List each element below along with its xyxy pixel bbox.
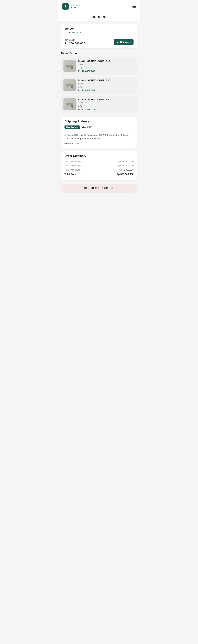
summary-section-title: Order Summary — [65, 154, 133, 158]
summary-total-value: Rp 350.000.000 — [117, 173, 133, 176]
item-price: Rp 123.456.789 — [78, 70, 135, 72]
item-details: BLACK STRING COUPLE C... Black x Rp Rp 1… — [78, 60, 135, 72]
item-qty: x Rp — [78, 86, 135, 88]
summary-label: Total (3 Product) — [65, 164, 81, 167]
invoice-card: Inv-004 20 October 2022 3 Products Rp 30… — [61, 24, 137, 48]
item-name: BLACK STRING COUPLE C... — [78, 98, 135, 101]
svg-rect-3 — [68, 67, 68, 69]
item-color: Black — [78, 82, 135, 85]
item-image — [63, 60, 76, 72]
invoice-divider — [65, 36, 133, 36]
item-qty: x Rp — [78, 105, 135, 108]
item-color: Black — [78, 63, 135, 66]
item-name: BLACK STRING COUPLE C... — [78, 60, 135, 62]
svg-rect-19 — [68, 105, 68, 107]
item-price: Rp 123.456.789 — [78, 108, 135, 111]
header: E ESTETICO HOME — [58, 0, 140, 13]
svg-rect-2 — [72, 67, 73, 69]
summary-value: Rp 350.000.000 — [118, 168, 133, 171]
summary-row: Total (3 Product) Rp 350.000.000 — [65, 160, 133, 162]
svg-rect-9 — [67, 86, 67, 88]
logo-text: ESTETICO HOME — [71, 4, 81, 9]
logo-icon: E — [62, 3, 69, 10]
check-icon: ✓ — [117, 40, 119, 44]
list-item: BLACK STRING COUPLE C... Black x Rp Rp 1… — [61, 96, 137, 113]
invoice-id: Inv-004 — [65, 27, 133, 30]
logo: E ESTETICO HOME — [62, 3, 81, 10]
item-price: Rp 123.456.789 — [78, 89, 135, 92]
list-item: BLACK STRING COUPLE C... Black x Rp Rp 1… — [61, 77, 137, 94]
menu-icon[interactable] — [132, 5, 136, 8]
page-title-bar: ‹ ORDERS — [58, 13, 140, 21]
invoice-footer: 3 Products Rp 300.000.000 ✓ Complete — [65, 39, 133, 45]
invoice-date: 20 October 2022 — [65, 31, 133, 34]
item-name: BLACK STRING COUPLE C... — [78, 79, 135, 82]
summary-row: Total (3 Product) Rp 350.000.000 — [65, 168, 133, 171]
address-text: Jl Brigjen H Kassim Lr Santoso No 1307 X… — [65, 134, 133, 140]
invoice-meta: 3 Products Rp 300.000.000 — [65, 39, 85, 45]
request-invoice-button[interactable]: REQUEST INVOICE — [61, 184, 137, 193]
svg-rect-20 — [71, 105, 72, 107]
svg-rect-18 — [72, 105, 73, 108]
recipient-name: Mas DW — [82, 126, 92, 129]
summary-label: Total (3 Product) — [65, 160, 81, 162]
order-summary-card: Order Summary Total (3 Product) Rp 350.0… — [61, 151, 137, 180]
status-badge: ✓ Complete — [114, 39, 133, 45]
svg-rect-5 — [66, 65, 74, 66]
svg-rect-13 — [66, 84, 74, 86]
shipping-section-title: Shipping Address — [65, 120, 133, 123]
invoice-amount: Rp 300.000.000 — [65, 42, 85, 45]
item-details: BLACK STRING COUPLE C... Black x Rp Rp 1… — [78, 79, 135, 92]
item-image — [63, 79, 76, 91]
list-item: BLACK STRING COUPLE C... Black x Rp Rp 1… — [61, 58, 137, 75]
logo-letter: E — [65, 5, 67, 8]
summary-label: Total (3 Product) — [65, 168, 81, 171]
main-content: Inv-004 20 October 2022 3 Products Rp 30… — [58, 21, 140, 200]
main-address-badge: Main Address — [65, 126, 80, 129]
svg-rect-10 — [72, 86, 73, 88]
item-details: BLACK STRING COUPLE C... Black x Rp Rp 1… — [78, 98, 135, 111]
address-phone: 087897877411 — [65, 142, 133, 145]
svg-rect-17 — [67, 105, 67, 108]
svg-rect-12 — [71, 86, 72, 88]
svg-rect-4 — [71, 67, 72, 69]
status-label: Complete — [120, 41, 131, 44]
invoice-products-count: 3 Products — [65, 39, 85, 41]
summary-total-label: Total Price — [65, 173, 77, 176]
summary-total-row: Total Price Rp 350.000.000 — [65, 173, 133, 176]
summary-value: Rp 350.000.000 — [118, 160, 133, 162]
item-qty: x Rp — [78, 67, 135, 69]
page-title: ORDERS — [91, 15, 106, 19]
shipping-address-card: Shipping Address Main Address Mas DW Jl … — [61, 117, 137, 148]
svg-rect-11 — [68, 86, 68, 88]
items-section: Items Order — [61, 52, 137, 113]
address-header: Main Address Mas DW — [65, 126, 133, 131]
svg-rect-1 — [67, 67, 67, 69]
items-section-title: Items Order — [61, 52, 137, 55]
back-button[interactable]: ‹ — [62, 15, 63, 19]
item-image — [63, 98, 76, 110]
summary-row: Total (3 Product) Rp 350.000.000 — [65, 164, 133, 167]
summary-value: Rp 350.000.000 — [118, 164, 133, 167]
svg-rect-21 — [66, 104, 74, 105]
item-color: Black — [78, 102, 135, 104]
